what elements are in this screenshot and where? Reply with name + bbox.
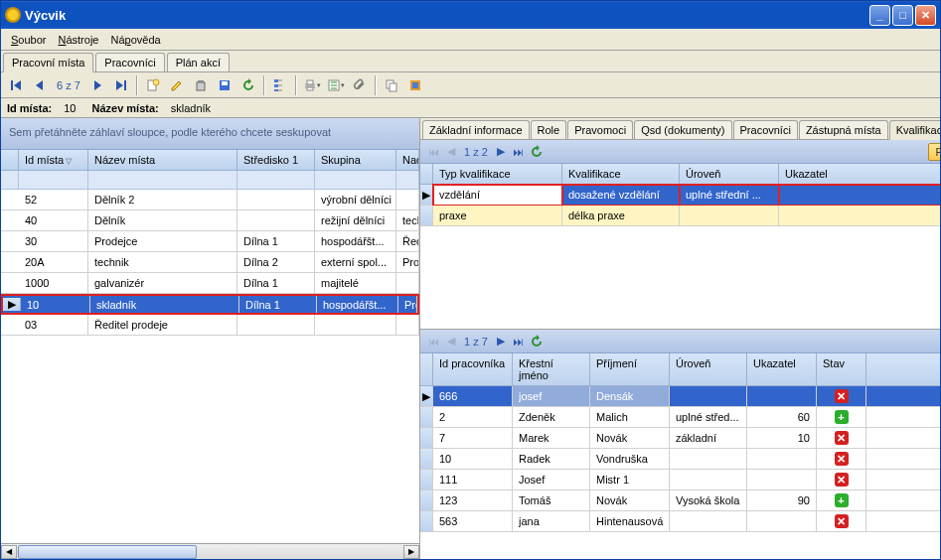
export-icon[interactable]: ▾: [325, 74, 347, 96]
col-skupina[interactable]: Skupina: [315, 150, 396, 170]
qual-row[interactable]: ▶vzdělánídosažené vzděláníuplné střední …: [420, 185, 940, 206]
minimize-button[interactable]: _: [869, 5, 890, 26]
prac-row[interactable]: ▶666josefDensák✕: [420, 386, 940, 407]
print-icon[interactable]: ▾: [301, 74, 323, 96]
col-kval[interactable]: Kvalifikace: [562, 164, 680, 185]
nav-prev-icon[interactable]: [29, 74, 51, 96]
table-row[interactable]: 20AtechnikDílna 2externí spol...Prod: [1, 252, 419, 273]
table-row[interactable]: ▶10skladníkDílna 1hospodářšt...Prod: [1, 294, 419, 315]
prac-refresh-icon[interactable]: [528, 333, 546, 350]
prac-panel: ⏮ ◀ 1 z 7 ▶ ⏭ Id pracovníka Křestní jmén…: [420, 329, 940, 559]
col-ukazatel-p[interactable]: Ukazatel: [747, 353, 817, 386]
filter-row[interactable]: [1, 171, 419, 190]
refresh-icon[interactable]: [237, 74, 259, 96]
subtab-0[interactable]: Základní informace: [422, 120, 530, 139]
col-typ-kval[interactable]: Typ kvalifikace: [433, 164, 562, 185]
prac-row[interactable]: 10RadekVondruška✕: [420, 449, 940, 470]
menu-soubor[interactable]: Soubor: [5, 32, 52, 48]
delete-icon[interactable]: [190, 74, 212, 96]
prac-row[interactable]: 111JosefMistr 1✕: [420, 470, 940, 490]
status-ok-icon: +: [835, 493, 849, 507]
qual-prev-icon[interactable]: ◀: [442, 143, 460, 161]
prac-first-icon[interactable]: ⏮: [424, 333, 442, 350]
left-pane: Sem přetáhněte záhlaví sloupce, podle kt…: [1, 118, 420, 559]
table-row[interactable]: 1000galvanizérDílna 1majitelé: [1, 273, 419, 294]
h-scrollbar[interactable]: ◀ ▶: [1, 543, 419, 559]
tree-icon[interactable]: [269, 74, 291, 96]
prac-body[interactable]: ▶666josefDensák✕2ZdeněkMalichuplné střed…: [420, 386, 940, 559]
status-fail-icon: ✕: [835, 431, 849, 445]
scroll-left-icon[interactable]: ◀: [1, 545, 17, 559]
prac-row[interactable]: 563janaHintenausová✕: [420, 511, 940, 532]
col-krestni[interactable]: Křestní jméno: [513, 353, 590, 386]
col-prijmeni[interactable]: Příjmení: [590, 353, 670, 386]
nav-last-icon[interactable]: [110, 74, 132, 96]
nav-next-icon[interactable]: [86, 74, 108, 96]
prac-prev-icon[interactable]: ◀: [442, 333, 460, 350]
prac-row[interactable]: 123TomášNovákVysoká škola90+: [420, 490, 940, 511]
qual-first-icon[interactable]: ⏮: [424, 143, 442, 161]
svg-point-1: [153, 79, 159, 85]
group-panel[interactable]: Sem přetáhněte záhlaví sloupce, podle kt…: [1, 118, 419, 150]
subtab-2[interactable]: Pravomoci: [567, 120, 633, 139]
attach-icon[interactable]: [349, 74, 371, 96]
left-grid-header: Id místa▽ Název místa Středisko 1 Skupin…: [1, 150, 419, 171]
menu-nastroje[interactable]: Nástroje: [52, 32, 104, 48]
svg-rect-10: [307, 80, 313, 84]
svg-rect-7: [274, 84, 278, 87]
col-uroven[interactable]: Úroveň: [680, 164, 779, 185]
top-tabs: Pracovní místa Pracovníci Plán akcí: [1, 51, 940, 72]
prac-row[interactable]: 2ZdeněkMalichuplné střed...60+: [420, 407, 940, 428]
prac-next-icon[interactable]: ▶: [492, 333, 510, 350]
info-id-value: 10: [64, 102, 76, 114]
menu-napoveda[interactable]: Nápověda: [104, 32, 166, 48]
subtab-4[interactable]: Pracovníci: [733, 120, 798, 139]
left-grid-body[interactable]: 52Dělník 2výrobní dělníci40Dělníkrežijní…: [1, 190, 419, 543]
subtab-1[interactable]: Role: [531, 120, 567, 139]
qual-next-icon[interactable]: ▶: [492, 143, 510, 161]
col-stredisko[interactable]: Středisko 1: [237, 150, 315, 170]
tab-pracovni-mista[interactable]: Pracovní místa: [3, 53, 93, 72]
scroll-thumb[interactable]: [18, 545, 197, 559]
col-stav[interactable]: Stav: [817, 353, 866, 386]
table-row[interactable]: 40Dělníkrežijní dělnícitech: [1, 210, 419, 231]
new-icon[interactable]: [142, 74, 164, 96]
info-bar: Id místa: 10 Název místa: skladník: [1, 98, 940, 118]
col-nadr[interactable]: Nadř: [396, 150, 419, 170]
edit-icon[interactable]: [166, 74, 188, 96]
qual-refresh-icon[interactable]: [528, 143, 546, 161]
app-window: Výcvik _ □ ✕ Soubor Nástroje Nápověda Pr…: [0, 0, 941, 560]
qual-last-icon[interactable]: ⏭: [510, 143, 528, 161]
status-fail-icon: ✕: [835, 473, 849, 487]
pracovnici-button[interactable]: Pracovníci: [928, 143, 940, 161]
tab-plan-akci[interactable]: Plán akcí: [167, 53, 230, 71]
prac-last-icon[interactable]: ⏭: [510, 333, 528, 350]
table-row[interactable]: 52Dělník 2výrobní dělníci: [1, 190, 419, 210]
subtab-3[interactable]: Qsd (dokumenty): [634, 120, 731, 139]
table-row[interactable]: 03Ředitel prodeje: [1, 315, 419, 336]
svg-rect-8: [274, 89, 278, 91]
tool-icon[interactable]: [404, 74, 426, 96]
save-icon[interactable]: [214, 74, 235, 96]
col-nazev[interactable]: Název místa: [88, 150, 237, 170]
col-ukazatel[interactable]: Ukazatel: [779, 164, 940, 185]
scroll-right-icon[interactable]: ▶: [403, 545, 419, 559]
subtab-6[interactable]: Kvalifikace: [889, 120, 940, 140]
table-row[interactable]: 30ProdejceDílna 1hospodářšt...Ředi: [1, 231, 419, 252]
col-id-prac[interactable]: Id pracovníka: [433, 353, 513, 386]
sub-tabs: Základní informaceRolePravomociQsd (doku…: [420, 118, 940, 140]
titlebar[interactable]: Výcvik _ □ ✕: [1, 1, 940, 29]
prac-row[interactable]: 7MarekNovákzákladní10✕: [420, 428, 940, 449]
subtab-5[interactable]: Zástupná místa: [799, 120, 888, 139]
tab-pracovnici[interactable]: Pracovníci: [95, 53, 164, 71]
info-name-label: Název místa:: [91, 102, 158, 114]
col-id[interactable]: Id místa▽: [19, 150, 88, 170]
window-title: Výcvik: [25, 8, 869, 23]
copy-icon[interactable]: [381, 74, 402, 96]
col-uroven-p[interactable]: Úroveň: [670, 353, 747, 386]
maximize-button[interactable]: □: [892, 5, 913, 26]
qual-row[interactable]: praxedélka praxe1: [420, 206, 940, 226]
qual-body[interactable]: ▶vzdělánídosažené vzděláníuplné střední …: [420, 185, 940, 329]
close-button[interactable]: ✕: [915, 5, 936, 26]
nav-first-icon[interactable]: [5, 74, 27, 96]
